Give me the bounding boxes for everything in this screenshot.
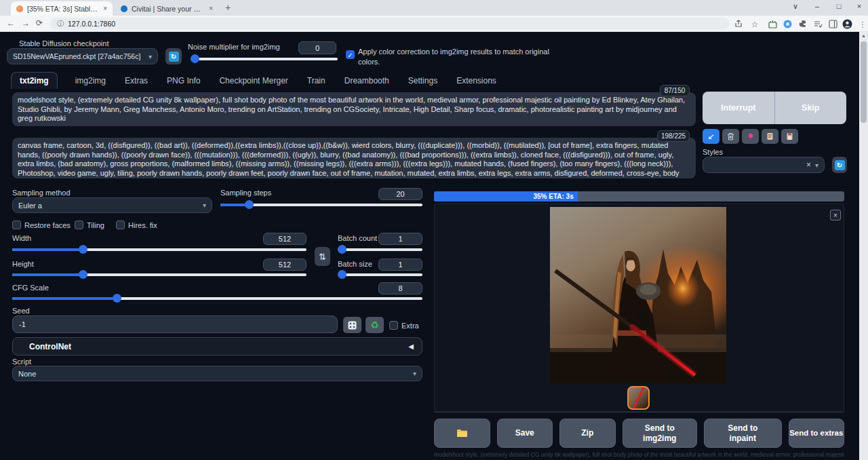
back-icon[interactable]: ← — [7, 18, 15, 28]
random-seed-button[interactable] — [343, 317, 361, 333]
profile-avatar[interactable] — [841, 18, 853, 30]
tab-checkpoint-merger[interactable]: Checkpoint Merger — [218, 73, 289, 89]
open-folder-button[interactable] — [434, 419, 490, 448]
batch-count-slider[interactable] — [338, 245, 422, 254]
reading-list-icon[interactable] — [812, 18, 824, 30]
forward-icon[interactable]: → — [22, 18, 30, 28]
reuse-seed-button[interactable]: ♻ — [366, 317, 384, 333]
show-extra-networks-button[interactable] — [742, 129, 759, 144]
generation-info-text: modelshoot style, (extremely detailed CG… — [434, 451, 844, 459]
width-slider[interactable] — [12, 245, 307, 254]
negative-prompt-textarea[interactable]: canvas frame, cartoon, 3d, ((disfigured)… — [12, 138, 696, 178]
batch-size-input[interactable]: 1 — [378, 258, 422, 271]
browser-menu-icon[interactable]: ⋮ — [856, 18, 868, 31]
site-info-icon[interactable]: ⓘ — [57, 19, 64, 28]
sampling-steps-slider[interactable] — [220, 200, 422, 209]
window-close-icon[interactable]: × — [852, 2, 867, 10]
tab-settings[interactable]: Settings — [407, 73, 439, 89]
tab-close-icon[interactable]: × — [209, 5, 213, 12]
window-minimize-icon[interactable]: – — [810, 2, 825, 10]
browser-tab-civitai[interactable]: Civitai | Share your models × — [115, 1, 218, 16]
height-label: Height — [12, 260, 34, 268]
bookmark-star-icon[interactable]: ☆ — [749, 18, 761, 31]
send-to-img2img-button[interactable]: Send to img2img — [623, 419, 698, 448]
send-to-extras-button[interactable]: Send to extras — [789, 419, 845, 448]
side-panel-icon[interactable] — [827, 18, 839, 30]
close-preview-button[interactable]: × — [830, 210, 841, 221]
address-bar[interactable]: ⓘ 127.0.0.1:7860 — [50, 18, 730, 30]
noise-multiplier-input[interactable]: 0 — [298, 41, 336, 54]
hires-fix-checkbox[interactable] — [116, 221, 125, 229]
slider-thumb[interactable] — [79, 270, 87, 279]
seed-input[interactable]: -1 — [12, 315, 338, 333]
refresh-checkpoint-button[interactable]: ↻ — [165, 48, 182, 64]
clear-styles-icon[interactable]: × — [806, 160, 811, 170]
tab-extras[interactable]: Extras — [123, 73, 149, 89]
save-style-icon — [786, 132, 793, 140]
interrupt-button[interactable]: Interrupt — [703, 92, 775, 124]
paste-generation-params-button[interactable]: ↙ — [703, 129, 719, 144]
extension-grid-icon[interactable] — [766, 18, 778, 30]
slider-thumb[interactable] — [191, 54, 199, 63]
slider-thumb[interactable] — [338, 270, 347, 279]
scrollbar-up-icon[interactable]: ▲ — [861, 33, 866, 38]
save-style-button[interactable] — [781, 129, 798, 144]
tab-txt2img[interactable]: txt2img — [11, 72, 58, 89]
script-dropdown[interactable]: None ▾ — [12, 366, 422, 381]
extension-blue-icon[interactable] — [781, 18, 793, 30]
cfg-scale-slider[interactable] — [12, 294, 422, 303]
sampling-steps-input[interactable]: 20 — [378, 188, 422, 200]
output-buttons-row: Save Zip Send to img2img Send to inpaint… — [434, 419, 844, 448]
tiling-checkbox[interactable] — [75, 221, 83, 229]
browser-tab-stable-diffusion[interactable]: [35% ETA: 3s] Stable Diffusion × — [11, 1, 113, 16]
tab-img2img[interactable]: img2img — [74, 73, 107, 89]
send-to-inpaint-button[interactable]: Send to inpaint — [704, 419, 782, 448]
batch-size-slider[interactable] — [338, 270, 422, 279]
color-correction-checkbox[interactable]: ✓ — [346, 50, 355, 59]
slider-thumb[interactable] — [338, 245, 347, 254]
window-maximize-icon[interactable]: □ — [831, 2, 846, 10]
width-input[interactable]: 512 — [263, 233, 307, 245]
window-menu-icon[interactable]: ∨ — [788, 2, 803, 11]
slider-thumb[interactable] — [113, 294, 121, 303]
tab-close-icon[interactable]: × — [103, 5, 107, 12]
chevron-down-icon: ▾ — [413, 370, 416, 377]
restore-faces-checkbox[interactable] — [12, 221, 21, 229]
apply-style-button[interactable] — [762, 129, 778, 144]
swap-dimensions-button[interactable]: ⇅ — [315, 247, 330, 266]
script-value: None — [18, 370, 36, 378]
cfg-scale-input[interactable]: 8 — [378, 282, 422, 294]
prompt-textarea[interactable]: modelshoot style, (extremely detailed CG… — [12, 92, 696, 126]
sampling-method-label: Sampling method — [12, 189, 71, 197]
screen: [35% ETA: 3s] Stable Diffusion × Civitai… — [0, 0, 868, 460]
share-icon[interactable] — [732, 18, 745, 30]
noise-multiplier-slider[interactable] — [191, 54, 338, 63]
extra-seed-checkbox[interactable] — [389, 321, 398, 330]
slider-thumb[interactable] — [245, 200, 254, 209]
scrollbar-thumb[interactable] — [861, 41, 867, 123]
zip-button[interactable]: Zip — [559, 419, 616, 448]
tab-dreambooth[interactable]: Dreambooth — [343, 73, 391, 89]
clear-prompt-button[interactable] — [722, 129, 739, 144]
height-input[interactable]: 512 — [263, 258, 307, 271]
page-scrollbar[interactable]: ▲ — [859, 32, 868, 460]
slider-thumb[interactable] — [79, 245, 87, 254]
styles-dropdown[interactable]: × ▾ — [703, 157, 825, 173]
batch-count-input[interactable]: 1 — [378, 233, 422, 245]
new-tab-icon[interactable]: + — [225, 2, 231, 13]
controlnet-accordion[interactable]: ControlNet ◀ — [12, 337, 422, 356]
thumbnail-image — [629, 387, 648, 408]
gallery-thumbnail[interactable] — [627, 386, 650, 410]
extensions-puzzle-icon[interactable] — [797, 18, 809, 30]
sampling-method-dropdown[interactable]: Euler a ▾ — [12, 197, 212, 213]
save-button[interactable]: Save — [497, 419, 553, 448]
height-slider[interactable] — [12, 270, 307, 279]
refresh-styles-button[interactable]: ↻ — [832, 157, 847, 173]
skip-button[interactable]: Skip — [775, 92, 847, 124]
tab-train[interactable]: Train — [306, 73, 327, 89]
reload-icon[interactable]: ⟳ — [36, 18, 43, 28]
generated-image[interactable] — [550, 207, 726, 383]
checkpoint-dropdown[interactable]: SD15NewVAEpruned.ckpt [27a4ac756c] ▾ — [7, 48, 158, 64]
tab-extensions[interactable]: Extensions — [455, 73, 498, 89]
tab-png-info[interactable]: PNG Info — [165, 73, 201, 89]
